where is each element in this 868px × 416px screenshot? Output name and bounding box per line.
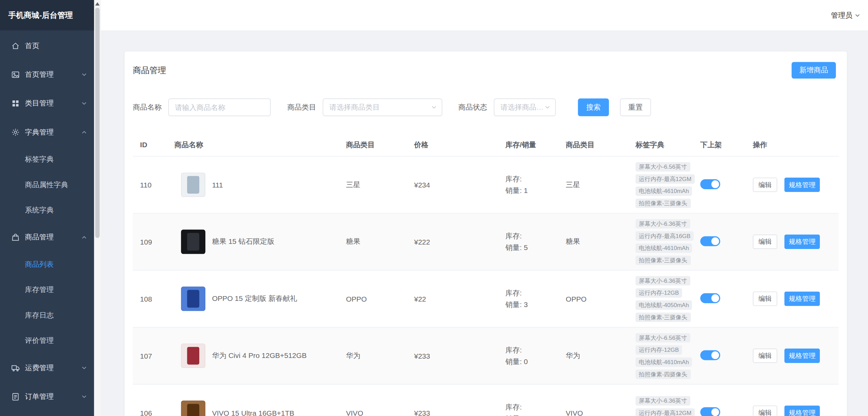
- chevron-up-icon: [81, 234, 87, 240]
- sidebar-item-category-manage[interactable]: 类目管理: [0, 89, 94, 118]
- cell-tags: 屏幕大小-6.36英寸运行内存-12GB电池续航-4050mAh拍照像素-三摄像…: [636, 276, 701, 322]
- stock-line: 库存:: [505, 173, 566, 185]
- cell-tags: 屏幕大小-6.36英寸运行内存-最高12GM电池续航-4610mAh: [636, 396, 701, 416]
- sidebar-item-order-manage[interactable]: 订单管理: [0, 382, 94, 411]
- cell-actions: 编辑规格管理: [753, 178, 839, 192]
- stock-line: 库存:: [505, 344, 566, 356]
- add-product-button[interactable]: 新增商品: [791, 62, 836, 79]
- cell-id: 107: [140, 351, 174, 360]
- sidebar-item-label: 库存管理: [25, 285, 94, 295]
- edit-button[interactable]: 编辑: [753, 178, 777, 192]
- cell-stock-sales: 库存: 销量: 5: [505, 230, 566, 253]
- status-toggle[interactable]: [700, 293, 720, 303]
- sidebar-item-stock-log[interactable]: 库存日志: [0, 303, 94, 328]
- sales-line: 销量: 0: [505, 356, 566, 368]
- column-header: 标签字典: [636, 140, 701, 150]
- cell-category: 糖果: [346, 237, 414, 247]
- sales-line: 销量: 3: [505, 299, 566, 310]
- status-toggle[interactable]: [700, 236, 720, 246]
- table-body: 110111三星¥234库存: 销量: 1三星屏幕大小-6.56英寸运行内存-最…: [133, 156, 839, 416]
- bag-icon: [11, 233, 20, 242]
- cell-category2: OPPO: [566, 295, 636, 303]
- cell-actions: 编辑规格管理: [753, 349, 839, 363]
- sidebar-item-label: 标签字典: [25, 154, 94, 164]
- cell-actions: 编辑规格管理: [753, 292, 839, 306]
- tag-pill: 屏幕大小-6.36英寸: [636, 276, 690, 286]
- sidebar-item-system-dict[interactable]: 系统字典: [0, 197, 94, 223]
- cell-category2: VIVO: [566, 408, 636, 416]
- tag-pill: 屏幕大小-6.56英寸: [636, 333, 690, 342]
- status-toggle[interactable]: [700, 407, 720, 416]
- search-button[interactable]: 搜索: [578, 98, 609, 116]
- sidebar-item-product-manage[interactable]: 商品管理: [0, 223, 94, 252]
- sidebar-item-label: 库存日志: [25, 310, 94, 320]
- sidebar-item-product-list[interactable]: 商品列表: [0, 252, 94, 277]
- sidebar-item-product-attr-dict[interactable]: 商品属性字典: [0, 172, 94, 198]
- column-header: ID: [140, 140, 174, 149]
- chevron-down-icon: [81, 365, 87, 371]
- sidebar-item-freight-manage[interactable]: 运费管理: [0, 353, 94, 382]
- edit-button[interactable]: 编辑: [753, 292, 777, 306]
- toggle-knob: [711, 351, 719, 359]
- column-header: 商品类目: [566, 140, 636, 150]
- toggle-knob: [711, 408, 719, 416]
- cell-stock-sales: 库存: 销量:: [505, 401, 566, 416]
- scrollbar-up-arrow-icon[interactable]: [95, 2, 100, 5]
- sidebar-item-label: 商品属性字典: [25, 180, 94, 190]
- scrollbar-thumb[interactable]: [95, 8, 100, 238]
- cell-tags: 屏幕大小-6.56英寸运行内存-12GB电池续航-4610mAh拍照像素-四摄像…: [636, 333, 701, 378]
- spec-manage-button[interactable]: 规格管理: [784, 292, 820, 306]
- edit-button[interactable]: 编辑: [753, 235, 777, 249]
- product-name-text: OPPO 15 定制版 新春献礼: [212, 294, 297, 304]
- stock-line: 库存:: [505, 401, 566, 413]
- sidebar-item-dict-manage[interactable]: 字典管理: [0, 118, 94, 147]
- sidebar-item-label: 类目管理: [25, 98, 81, 108]
- sidebar-item-label: 系统字典: [25, 205, 94, 215]
- sales-line: 销量: 1: [505, 185, 566, 196]
- table-row: 110111三星¥234库存: 销量: 1三星屏幕大小-6.56英寸运行内存-最…: [133, 156, 839, 213]
- cell-price: ¥233: [414, 408, 505, 416]
- chevron-down-icon: [854, 12, 861, 18]
- spec-manage-button[interactable]: 规格管理: [784, 405, 820, 416]
- user-menu[interactable]: 管理员: [831, 10, 860, 20]
- image-icon: [11, 70, 20, 79]
- sidebar-item-label: 商品列表: [25, 260, 94, 269]
- product-image: [181, 230, 205, 254]
- category-select[interactable]: 请选择商品类目: [323, 98, 442, 116]
- cell-stock-sales: 库存: 销量: 1: [505, 173, 566, 196]
- sidebar-item-homepage-manage[interactable]: 首页管理: [0, 60, 94, 89]
- chevron-down-icon: [81, 71, 87, 78]
- product-image: [181, 401, 205, 416]
- sidebar-item-home[interactable]: 首页: [0, 31, 94, 60]
- chevron-down-icon: [81, 393, 87, 400]
- status-label: 商品状态: [458, 102, 487, 112]
- product-name-input[interactable]: [168, 98, 271, 116]
- sidebar-item-stock-manage[interactable]: 库存管理: [0, 277, 94, 303]
- status-toggle[interactable]: [700, 350, 720, 360]
- cell-id: 110: [140, 181, 174, 189]
- sidebar-item-tag-dict[interactable]: 标签字典: [0, 147, 94, 172]
- tag-pill: 屏幕大小-6.36英寸: [636, 396, 690, 405]
- spec-manage-button[interactable]: 规格管理: [784, 235, 820, 249]
- sidebar-item-review-manage[interactable]: 评价管理: [0, 328, 94, 354]
- cell-price: ¥233: [414, 351, 505, 360]
- status-select[interactable]: 请选择商品…: [494, 98, 556, 116]
- edit-button[interactable]: 编辑: [753, 405, 777, 416]
- reset-button[interactable]: 重置: [620, 98, 651, 116]
- main-content: 商品管理 新增商品 商品名称 商品类目 请选择商品类目 商品状态 请选择商品… …: [101, 30, 868, 416]
- tag-pill: 运行内存-最高12GM: [636, 408, 695, 416]
- product-name-text: VIVO 15 Ultra 16GB+1TB: [212, 408, 294, 416]
- spec-manage-button[interactable]: 规格管理: [784, 349, 820, 363]
- status-toggle[interactable]: [700, 179, 720, 189]
- tag-pill: 运行内存-最高12GM: [636, 174, 695, 183]
- toggle-knob: [711, 180, 719, 188]
- product-name-label: 商品名称: [133, 102, 162, 112]
- cell-id: 106: [140, 408, 174, 416]
- tag-pill: 拍照像素-三摄像头: [636, 255, 691, 265]
- toggle-knob: [711, 294, 719, 302]
- spec-manage-button[interactable]: 规格管理: [784, 178, 820, 192]
- cell-stock-sales: 库存: 销量: 3: [505, 287, 566, 310]
- sidebar-scrollbar[interactable]: [94, 0, 100, 416]
- cell-category2: 华为: [566, 351, 636, 361]
- edit-button[interactable]: 编辑: [753, 349, 777, 363]
